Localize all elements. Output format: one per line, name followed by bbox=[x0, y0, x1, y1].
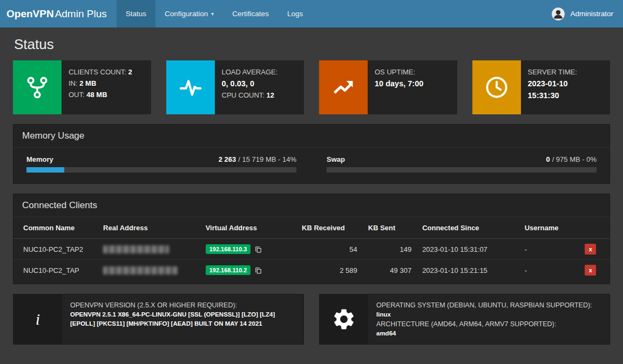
client-connected-since: 2023-01-10 15:21:15 bbox=[417, 260, 519, 281]
system-info-body: OPERATING SYSTEM (DEBIAN, UBUNTU, RASPBI… bbox=[368, 294, 600, 344]
swap-total-value: / 975 MB - 0% bbox=[552, 155, 597, 163]
os-uptime-label: OS UPTIME: bbox=[375, 68, 415, 76]
memory-meter: Memory 2 263/ 15 719 MB - 14% bbox=[26, 155, 296, 173]
os-value: linux bbox=[376, 310, 592, 319]
stat-card-load: LOAD AVERAGE: 0, 0.03, 0 CPU COUNT: 12 bbox=[166, 60, 304, 114]
cpu-count-value: 12 bbox=[267, 91, 274, 99]
client-common-name: NUC10-PC2_TAP2 bbox=[13, 239, 98, 260]
clients-in-value: 2 MB bbox=[79, 79, 96, 87]
openvpn-version-value: OPENVPN 2.5.1 X86_64-PC-LINUX-GNU [SSL (… bbox=[70, 310, 295, 328]
stat-server-time-body: SERVER TIME: 2023-01-10 15:31:30 bbox=[521, 60, 611, 114]
cpu-count-label: CPU COUNT: bbox=[222, 91, 265, 99]
clients-count-value: 2 bbox=[128, 68, 132, 76]
stat-load-body: LOAD AVERAGE: 0, 0.03, 0 CPU COUNT: 12 bbox=[215, 60, 304, 114]
stat-uptime-body: OS UPTIME: 10 days, 7:00 bbox=[368, 60, 457, 114]
stat-card-server-time: SERVER TIME: 2023-01-10 15:31:30 bbox=[472, 60, 611, 114]
nav-item-configuration-label: Configuration bbox=[165, 10, 208, 18]
client-connected-since: 2023-01-10 15:31:07 bbox=[417, 239, 519, 260]
copy-ip-button[interactable] bbox=[254, 245, 262, 253]
nav-item-certificates-label: Certificates bbox=[232, 10, 269, 18]
col-header-kb-sent: KB Sent bbox=[363, 217, 417, 239]
swap-progressbar bbox=[327, 167, 597, 173]
client-kb-sent: 49 307 bbox=[363, 260, 417, 281]
client-kb-received: 2 589 bbox=[296, 260, 363, 281]
user-menu[interactable]: Administrator bbox=[541, 0, 623, 28]
virtual-address-badge: 192.168.110.3 bbox=[206, 244, 251, 254]
gear-icon bbox=[320, 294, 368, 344]
memory-progress-fill bbox=[26, 167, 64, 173]
client-kb-sent: 149 bbox=[363, 239, 417, 260]
connected-clients-title: Connected Clients bbox=[13, 194, 610, 217]
col-header-common-name: Common Name bbox=[13, 217, 98, 239]
copy-ip-button[interactable] bbox=[254, 266, 262, 274]
swap-meter: Swap 0/ 975 MB - 0% bbox=[327, 155, 597, 173]
col-header-kb-received: KB Received bbox=[296, 217, 363, 239]
openvpn-version-body: OPENVPN VERSION (2.5.X OR HIGHER REQUIRE… bbox=[62, 294, 303, 344]
client-kb-received: 54 bbox=[296, 239, 363, 260]
virtual-address-badge: 192.168.110.2 bbox=[206, 265, 251, 275]
stat-card-uptime: OS UPTIME: 10 days, 7:00 bbox=[319, 60, 457, 114]
info-glyph: i bbox=[36, 310, 40, 328]
swap-label: Swap bbox=[327, 155, 345, 163]
nav-item-configuration[interactable]: Configuration ▾ bbox=[155, 0, 223, 28]
nav-item-certificates[interactable]: Certificates bbox=[223, 0, 278, 28]
col-header-username: Username bbox=[519, 217, 580, 239]
connected-clients-panel: Connected Clients Common Name Real Addre… bbox=[13, 194, 610, 284]
clients-table-header-row: Common Name Real Address Virtual Address… bbox=[13, 217, 610, 239]
client-username: - bbox=[519, 260, 580, 281]
load-average-label: LOAD AVERAGE: bbox=[222, 68, 278, 76]
swap-used-value: 0 bbox=[546, 155, 550, 163]
server-clock-value: 15:31:30 bbox=[528, 90, 604, 101]
fork-icon bbox=[13, 60, 62, 114]
content: Status CLIENTS COUNT: 2 IN: 2 MB OUT: bbox=[0, 28, 623, 345]
real-address-masked bbox=[103, 266, 178, 274]
memory-usage-body: Memory 2 263/ 15 719 MB - 14% Swap 0/ 97… bbox=[13, 148, 610, 183]
clients-in-label: IN: bbox=[69, 79, 78, 87]
brand[interactable]: OpenVPNAdmin Plus bbox=[0, 0, 117, 28]
os-label: OPERATING SYSTEM (DEBIAN, UBUNTU, RASPBI… bbox=[376, 300, 592, 310]
clients-out-label: OUT: bbox=[69, 91, 85, 99]
username-label: Administrator bbox=[570, 10, 613, 18]
memory-total-value: / 15 719 MB - 14% bbox=[238, 155, 296, 163]
nav-item-status-label: Status bbox=[126, 10, 146, 18]
clipboard-icon bbox=[254, 266, 262, 274]
chart-arrow-icon bbox=[319, 60, 368, 114]
server-time-label: SERVER TIME: bbox=[528, 68, 577, 76]
client-common-name: NUC10-PC2_TAP bbox=[13, 260, 98, 281]
memory-usage-title: Memory Usage bbox=[13, 125, 610, 148]
disconnect-client-button[interactable]: x bbox=[585, 265, 596, 276]
col-header-actions bbox=[579, 217, 610, 239]
disconnect-client-button[interactable]: x bbox=[585, 244, 596, 255]
openvpn-version-panel: i OPENVPN VERSION (2.5.X OR HIGHER REQUI… bbox=[13, 294, 304, 345]
server-date-value: 2023-01-10 bbox=[528, 78, 604, 90]
pulse-icon bbox=[166, 60, 215, 114]
memory-usage-panel: Memory Usage Memory 2 263/ 15 719 MB - 1… bbox=[13, 124, 610, 184]
user-avatar-icon bbox=[551, 7, 565, 21]
load-average-value: 0, 0.03, 0 bbox=[222, 78, 297, 90]
clients-count-label: CLIENTS COUNT: bbox=[69, 68, 126, 76]
arch-value: amd64 bbox=[376, 329, 592, 338]
clients-out-value: 48 MB bbox=[86, 91, 107, 99]
nav-item-logs[interactable]: Logs bbox=[278, 0, 312, 28]
arch-label: ARCHITECTURE (AMD64, ARM64, ARMV7 SUPPOR… bbox=[376, 319, 592, 329]
nav-item-logs-label: Logs bbox=[287, 10, 303, 18]
system-info-panel: OPERATING SYSTEM (DEBIAN, UBUNTU, RASPBI… bbox=[319, 294, 610, 345]
clipboard-icon bbox=[254, 245, 262, 253]
real-address-masked bbox=[103, 245, 169, 253]
client-row: NUC10-PC2_TAP 192.168.110.2 bbox=[13, 260, 610, 281]
navbar: OpenVPNAdmin Plus Status Configuration ▾… bbox=[0, 0, 623, 28]
clients-table: Common Name Real Address Virtual Address… bbox=[13, 217, 610, 280]
brand-bold: OpenVPN bbox=[6, 8, 54, 20]
info-icon: i bbox=[13, 294, 62, 344]
nav-item-status[interactable]: Status bbox=[117, 0, 155, 28]
page-title: Status bbox=[14, 36, 610, 53]
brand-light: Admin Plus bbox=[55, 8, 107, 20]
caret-down-icon: ▾ bbox=[211, 11, 214, 17]
stats-row: CLIENTS COUNT: 2 IN: 2 MB OUT: 48 MB LOA… bbox=[13, 60, 610, 114]
memory-label: Memory bbox=[26, 155, 53, 163]
main-nav: Status Configuration ▾ Certificates Logs bbox=[117, 0, 312, 28]
clock-icon bbox=[472, 60, 521, 114]
client-row: NUC10-PC2_TAP2 192.168.110.3 bbox=[13, 239, 610, 260]
col-header-connected-since: Connected Since bbox=[417, 217, 519, 239]
memory-used-value: 2 263 bbox=[219, 155, 236, 163]
